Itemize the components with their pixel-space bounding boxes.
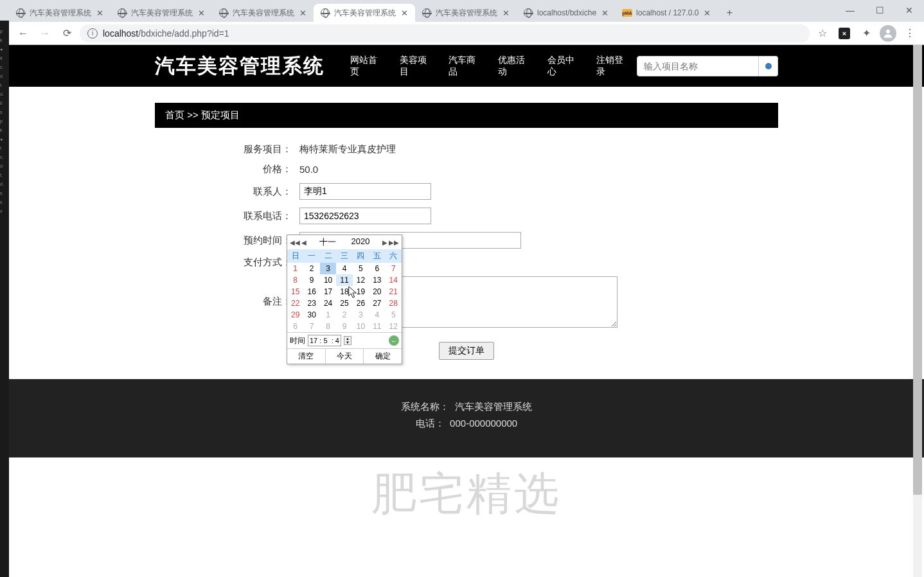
tab-close-icon[interactable]: ✕ xyxy=(400,8,409,17)
search-button[interactable] xyxy=(759,56,778,76)
dp-day[interactable]: 1 xyxy=(320,309,336,321)
browser-tab-0[interactable]: 汽车美容管理系统✕ xyxy=(9,4,111,22)
bc-home[interactable]: 首页 xyxy=(165,109,184,120)
dp-next-year[interactable]: ▶▶ xyxy=(389,239,399,246)
footer-tel-label: 电话： xyxy=(416,418,445,429)
bookmark-star-icon[interactable]: ☆ xyxy=(813,24,831,42)
dp-day[interactable]: 10 xyxy=(353,321,369,332)
win-minimize[interactable]: — xyxy=(835,0,865,21)
dp-month[interactable]: 十一 xyxy=(319,236,336,248)
dp-day[interactable]: 8 xyxy=(287,274,303,286)
extension-icon[interactable]: × xyxy=(835,24,853,42)
dp-day[interactable]: 5 xyxy=(386,309,402,321)
tab-close-icon[interactable]: ✕ xyxy=(600,8,609,17)
menu-item-2[interactable]: 汽车商品 xyxy=(442,49,489,83)
dp-quick-ok-icon[interactable]: ← xyxy=(389,335,399,346)
url-field[interactable]: i localhost/bdxiche/add.php?id=1 xyxy=(80,24,810,42)
nav-forward[interactable]: → xyxy=(36,24,54,42)
dp-day[interactable]: 17 xyxy=(320,286,336,297)
profile-avatar[interactable] xyxy=(879,24,897,42)
pma-icon: pMA xyxy=(622,9,632,17)
dp-day[interactable]: 21 xyxy=(386,286,402,297)
dp-day[interactable]: 10 xyxy=(320,274,336,286)
input-contact[interactable] xyxy=(299,183,431,200)
tab-close-icon[interactable]: ✕ xyxy=(298,8,307,17)
win-close[interactable]: ✕ xyxy=(894,0,924,21)
dp-day[interactable]: 13 xyxy=(369,274,385,286)
dp-day[interactable]: 14 xyxy=(386,274,402,286)
extensions-puzzle-icon[interactable]: ✦ xyxy=(857,24,875,42)
dp-prev-year[interactable]: ◀◀ xyxy=(290,239,300,246)
browser-menu-icon[interactable]: ⋮ xyxy=(901,24,919,42)
input-phone[interactable] xyxy=(299,208,431,224)
tab-close-icon[interactable]: ✕ xyxy=(197,8,206,17)
dp-day[interactable]: 1 xyxy=(287,263,303,274)
dp-day[interactable]: 5 xyxy=(353,263,369,274)
dp-day[interactable]: 2 xyxy=(303,263,319,274)
dp-day[interactable]: 9 xyxy=(303,274,319,286)
dp-day[interactable]: 19 xyxy=(353,286,369,297)
dp-day[interactable]: 28 xyxy=(386,297,402,309)
dp-day[interactable]: 20 xyxy=(369,286,385,297)
nav-reload[interactable]: ⟳ xyxy=(58,24,76,42)
tab-close-icon[interactable]: ✕ xyxy=(501,8,510,17)
dp-today[interactable]: 今天 xyxy=(325,349,364,364)
dp-day[interactable]: 11 xyxy=(336,274,352,286)
dp-day[interactable]: 26 xyxy=(353,297,369,309)
browser-tab-1[interactable]: 汽车美容管理系统✕ xyxy=(111,4,212,22)
dp-next-month[interactable]: ▶ xyxy=(382,239,387,246)
browser-tab-4[interactable]: 汽车美容管理系统✕ xyxy=(415,4,517,22)
dp-day[interactable]: 4 xyxy=(336,263,352,274)
dp-day[interactable]: 12 xyxy=(386,321,402,332)
label-service: 服务项目： xyxy=(155,143,299,155)
menu-item-1[interactable]: 美容项目 xyxy=(393,49,440,83)
dp-day[interactable]: 7 xyxy=(386,263,402,274)
dp-time-spinner[interactable]: ▲▼ xyxy=(344,336,351,345)
site-info-icon[interactable]: i xyxy=(87,28,98,39)
dp-day[interactable]: 2 xyxy=(336,309,352,321)
new-tab-button[interactable]: + xyxy=(720,4,738,22)
dp-day[interactable]: 25 xyxy=(336,297,352,309)
tab-close-icon[interactable]: ✕ xyxy=(702,8,711,17)
scroll-thumb[interactable] xyxy=(913,45,922,495)
dp-day[interactable]: 9 xyxy=(336,321,352,332)
dp-day[interactable]: 16 xyxy=(303,286,319,297)
dp-ok[interactable]: 确定 xyxy=(363,349,402,364)
dp-day[interactable]: 22 xyxy=(287,297,303,309)
vertical-scrollbar[interactable] xyxy=(913,45,922,577)
win-maximize[interactable]: ☐ xyxy=(865,0,894,21)
dp-day[interactable]: 27 xyxy=(369,297,385,309)
dp-time-input[interactable] xyxy=(308,335,341,346)
dp-day[interactable]: 29 xyxy=(287,309,303,321)
tab-close-icon[interactable]: ✕ xyxy=(95,8,104,17)
dp-year[interactable]: 2020 xyxy=(351,236,370,248)
dp-day[interactable]: 15 xyxy=(287,286,303,297)
dp-day[interactable]: 3 xyxy=(353,309,369,321)
browser-tab-2[interactable]: 汽车美容管理系统✕ xyxy=(212,4,314,22)
menu-item-0[interactable]: 网站首页 xyxy=(344,49,391,83)
nav-back[interactable]: ← xyxy=(14,24,32,42)
dp-day[interactable]: 7 xyxy=(303,321,319,332)
dp-day[interactable]: 4 xyxy=(369,309,385,321)
submit-button[interactable]: 提交订单 xyxy=(439,342,494,360)
menu-item-5[interactable]: 注销登录 xyxy=(590,49,637,83)
search-input[interactable] xyxy=(637,56,759,76)
dp-day[interactable]: 18 xyxy=(336,286,352,297)
dp-day[interactable]: 6 xyxy=(287,321,303,332)
browser-tab-6[interactable]: pMAlocalhost / 127.0.0✕ xyxy=(616,4,718,22)
dp-day[interactable]: 24 xyxy=(320,297,336,309)
dp-day[interactable]: 8 xyxy=(320,321,336,332)
dp-clear[interactable]: 清空 xyxy=(287,349,325,364)
dp-day[interactable]: 12 xyxy=(353,274,369,286)
dp-day[interactable]: 6 xyxy=(369,263,385,274)
dp-day[interactable]: 23 xyxy=(303,297,319,309)
value-service: 梅特莱斯专业真皮护理 xyxy=(299,143,396,155)
menu-item-4[interactable]: 会员中心 xyxy=(541,49,588,83)
dp-day[interactable]: 11 xyxy=(369,321,385,332)
menu-item-3[interactable]: 优惠活动 xyxy=(492,49,538,83)
browser-tab-5[interactable]: localhost/bdxiche✕ xyxy=(517,4,616,22)
dp-day[interactable]: 30 xyxy=(303,309,319,321)
dp-day[interactable]: 3 xyxy=(320,263,336,274)
browser-tab-3[interactable]: 汽车美容管理系统✕ xyxy=(314,4,415,22)
dp-prev-month[interactable]: ◀ xyxy=(301,239,307,246)
